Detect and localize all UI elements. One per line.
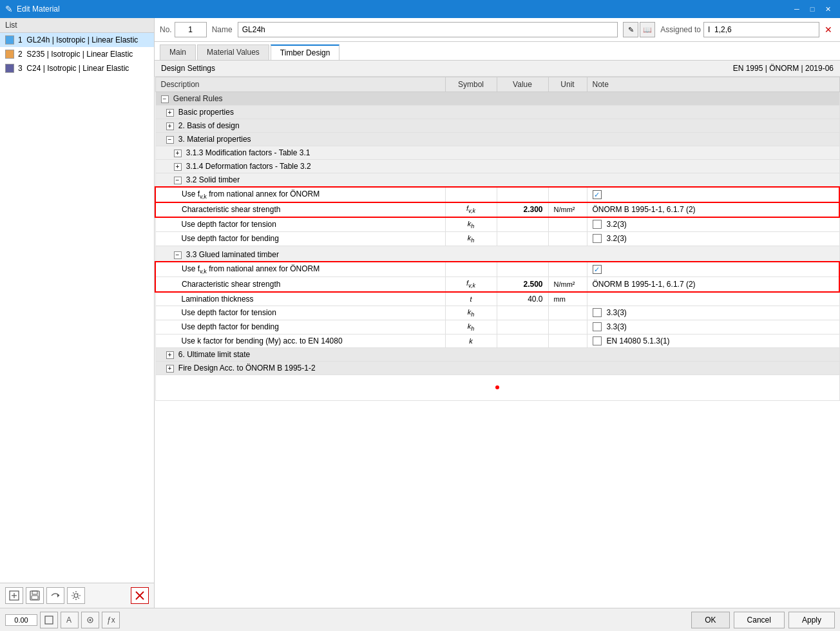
delete-button[interactable] xyxy=(131,587,149,604)
assigned-to-input[interactable] xyxy=(703,22,819,37)
formula-tool-button[interactable]: ƒx xyxy=(102,612,120,628)
list-item[interactable]: 1 GL24h | Isotropic | Linear Elastic xyxy=(0,33,154,47)
expand-33[interactable]: − xyxy=(174,251,182,259)
select-tool-button[interactable] xyxy=(40,612,58,628)
row-lamination-thickness: Lamination thickness t 40.0 mm xyxy=(155,292,839,306)
cancel-button[interactable]: Cancel xyxy=(734,612,785,628)
row-solid-timber-shear: Characteristic shear strength fv,k 2.300… xyxy=(155,202,839,217)
checkbox-depth-tension-33[interactable] xyxy=(593,308,602,317)
checkbox-depth-bending-32[interactable] xyxy=(593,234,602,243)
subsection-basic-properties: + Basic properties xyxy=(155,106,839,119)
list-item-label: 1 GL24h | Isotropic | Linear Elastic xyxy=(18,35,138,44)
checkbox-depth-bending-33[interactable] xyxy=(593,322,602,331)
subsection-ultimate: + 6. Ultimate limit state xyxy=(155,347,839,361)
apply-button[interactable]: Apply xyxy=(788,612,835,628)
col-unit: Unit xyxy=(548,77,587,92)
minimize-button[interactable]: ─ xyxy=(790,3,804,15)
checkbox-solid-annex[interactable] xyxy=(593,190,602,199)
tab-material-values[interactable]: Material Values xyxy=(197,44,269,60)
settings-button[interactable] xyxy=(67,587,85,604)
row-glulam-shear: Characteristic shear strength fv,k 2.500… xyxy=(155,277,839,292)
title-bar: ✎ Edit Material ─ □ ✕ xyxy=(0,0,840,18)
row-depth-tension-33: Use depth factor for tension kh 3.3(3) xyxy=(155,306,839,320)
dialog-buttons: OK Cancel Apply xyxy=(691,612,835,628)
col-value: Value xyxy=(497,77,548,92)
expand-material-properties[interactable]: − xyxy=(166,136,174,144)
list-item[interactable]: 3 C24 | Isotropic | Linear Elastic xyxy=(0,61,154,75)
row-k-factor-bending: Use k factor for bending (My) acc. to EN… xyxy=(155,334,839,347)
list-header: List xyxy=(0,18,154,33)
no-label: No. xyxy=(160,25,172,34)
expand-311[interactable]: + xyxy=(174,150,182,157)
edit-name-button[interactable]: ✎ xyxy=(623,22,638,37)
tab-main[interactable]: Main xyxy=(160,44,196,60)
expand-general-rules[interactable]: − xyxy=(161,95,169,103)
row-solid-timber-annex: Use fv,k from national annex for ÖNORM xyxy=(155,187,839,202)
assigned-to-label: Assigned to xyxy=(660,25,701,34)
subsubsection-311: + 3.1.3 Modification factors - Table 3.1 xyxy=(155,146,839,160)
save-to-library-button[interactable] xyxy=(26,587,44,604)
color-swatch-1 xyxy=(5,35,14,44)
close-button[interactable]: ✕ xyxy=(821,3,835,15)
list-toolbar xyxy=(0,583,154,608)
material-list-panel: List 1 GL24h | Isotropic | Linear Elasti… xyxy=(0,18,155,608)
add-from-library-button[interactable] xyxy=(5,587,23,604)
row-depth-bending-32: Use depth factor for bending kh 3.2(3) xyxy=(155,231,839,246)
color-swatch-2 xyxy=(5,50,14,59)
app-icon: ✎ xyxy=(5,4,13,14)
subsubsection-314: + 3.1.4 Deformation factors - Table 3.2 xyxy=(155,160,839,173)
subsection-material-properties: − 3. Material properties xyxy=(155,133,839,146)
expand-314[interactable]: + xyxy=(174,163,182,171)
bottom-left-tools: 0.00 A ƒx xyxy=(5,612,120,628)
svg-text:A: A xyxy=(66,616,72,625)
tab-timber-design[interactable]: Timber Design xyxy=(271,44,340,60)
svg-rect-5 xyxy=(32,596,38,599)
name-field: Name ✎ 📖 xyxy=(212,22,656,37)
design-settings-row: Design Settings EN 1995 | ÖNORM | 2019-0… xyxy=(155,61,840,77)
svg-point-13 xyxy=(90,619,91,621)
text-tool-button[interactable]: A xyxy=(61,612,79,628)
subsubsection-33: − 3.3 Glued laminated timber xyxy=(155,246,839,262)
checkbox-glulam-annex[interactable] xyxy=(593,265,602,274)
clear-assigned-button[interactable]: ✕ xyxy=(822,23,835,36)
section-general-rules: − General Rules xyxy=(155,92,839,106)
tabs-bar: Main Material Values Timber Design xyxy=(155,42,840,61)
number-input[interactable] xyxy=(175,22,207,37)
window-title: Edit Material xyxy=(17,5,60,14)
row-depth-bending-33: Use depth factor for bending kh 3.3(3) xyxy=(155,320,839,334)
name-label: Name xyxy=(212,25,233,34)
right-panel: No. Name ✎ 📖 Assigned to ✕ Main Material… xyxy=(155,18,840,608)
content-area: Design Settings EN 1995 | ÖNORM | 2019-0… xyxy=(155,61,840,608)
col-symbol: Symbol xyxy=(445,77,497,92)
properties-table: Description Symbol Value Unit Note − Gen… xyxy=(155,77,840,401)
list-item-label: 2 S235 | Isotropic | Linear Elastic xyxy=(18,50,133,59)
color-swatch-3 xyxy=(5,64,14,73)
subsubsection-32: − 3.2 Solid timber xyxy=(155,173,839,188)
design-standard: EN 1995 | ÖNORM | 2019-06 xyxy=(733,64,834,73)
header-row: No. Name ✎ 📖 Assigned to ✕ xyxy=(155,18,840,42)
row-depth-tension-32: Use depth factor for tension kh 3.2(3) xyxy=(155,217,839,232)
col-note: Note xyxy=(587,77,839,92)
col-description: Description xyxy=(155,77,445,92)
restore-button[interactable]: □ xyxy=(805,3,819,15)
convert-button[interactable] xyxy=(46,587,64,604)
coordinate-display: 0.00 xyxy=(5,614,37,626)
list-item[interactable]: 2 S235 | Isotropic | Linear Elastic xyxy=(0,47,154,61)
assigned-to-section: Assigned to ✕ xyxy=(660,22,835,37)
expand-ultimate[interactable]: + xyxy=(166,351,174,359)
expand-basic-properties[interactable]: + xyxy=(166,109,174,117)
name-input[interactable] xyxy=(238,22,618,37)
expand-fire-design[interactable]: + xyxy=(166,365,174,373)
ok-button[interactable]: OK xyxy=(691,612,729,628)
spacer-row xyxy=(155,374,839,400)
row-glulam-annex: Use fv,k from national annex for ÖNORM xyxy=(155,262,839,277)
view-tool-button[interactable] xyxy=(81,612,99,628)
checkbox-depth-tension-32[interactable] xyxy=(593,220,602,229)
checkbox-k-factor[interactable] xyxy=(593,336,602,345)
design-settings-label: Design Settings xyxy=(161,64,215,73)
expand-32[interactable]: − xyxy=(174,177,182,184)
list-item-label: 3 C24 | Isotropic | Linear Elastic xyxy=(18,64,129,73)
library-button[interactable]: 📖 xyxy=(640,22,655,37)
expand-basis-design[interactable]: + xyxy=(166,122,174,130)
bottom-toolbar: 0.00 A ƒx OK Cancel Apply xyxy=(0,608,840,631)
